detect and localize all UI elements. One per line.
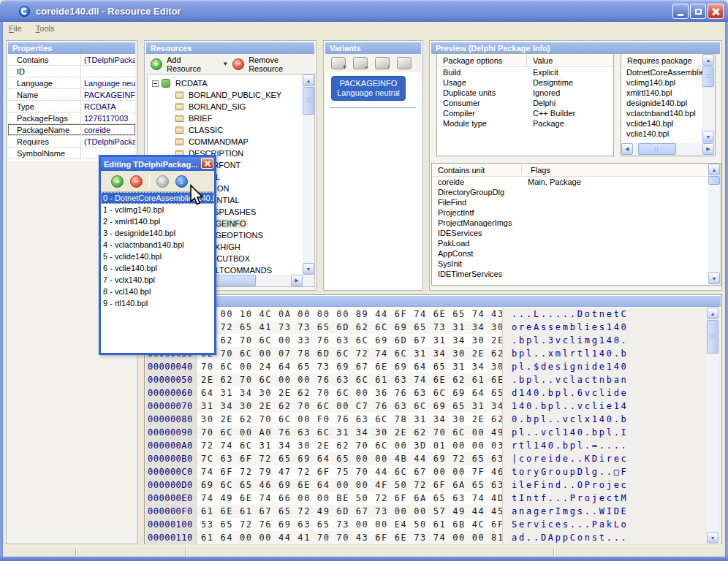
dialog-list-item[interactable]: 6 - vclie140.bpl [101,262,214,274]
contains-row[interactable]: IDETimerServices [432,269,708,279]
property-row[interactable]: Type RCDATA [8,101,135,112]
property-row[interactable]: Language Language neut [8,77,135,89]
hex-row[interactable]: 00000060 64 31 34 30 2E 62 70 6C 00 36 7… [145,386,721,400]
variant-package-icon[interactable]: ↑ [375,57,390,69]
hex-row[interactable]: 000000B0 7C 63 6F 72 65 69 64 65 00 00 4… [145,452,721,465]
contains-row[interactable]: DirectoryGroupDlg [432,187,708,197]
contains-vscroll-thumb[interactable] [708,176,720,185]
option-row[interactable]: Module type Package [437,118,613,129]
maximize-button[interactable] [690,4,706,19]
tree-item[interactable]: CLASSIC [148,124,303,136]
requires-hscrollbar[interactable]: ◀ ▶ [621,143,715,156]
option-row[interactable]: Duplicate units Ignored [437,88,613,98]
add-resource-button[interactable]: Add Resource [167,56,213,73]
option-row[interactable]: Compiler C++ Builder [437,108,613,118]
hex-row[interactable]: 000000D0 69 6C 65 46 69 6E 64 00 00 4F 5… [145,478,721,492]
property-row[interactable]: Requires (TDelphiPackag [8,136,135,148]
requires-vscrollbar[interactable]: ▲ ▼ [702,54,715,143]
hex-row[interactable]: 000000F0 61 6E 61 67 65 72 49 6D 67 73 0… [145,505,721,518]
add-resource-icon[interactable]: + [151,58,162,70]
hex-row[interactable]: 00000100 53 65 72 76 69 63 65 73 00 00 E… [145,518,721,531]
option-row[interactable]: Usage Designtime [437,77,613,88]
hex-row[interactable]: 00000020 2E 62 70 6C 00 33 76 63 6C 69 6… [145,334,721,347]
requires-row[interactable]: vclimg140.bpl [621,77,702,88]
move-up-icon[interactable]: ↑ [156,175,169,188]
hex-row[interactable]: 00000090 70 6C 00 A0 76 63 6C 31 34 30 2… [145,426,721,439]
scroll-down-icon[interactable]: ▼ [707,532,718,543]
dialog-list-item[interactable]: 2 - xmlrtl140.bpl [101,215,214,227]
collapse-icon[interactable] [152,80,159,87]
property-row[interactable]: Contains (TDelphiPackag [8,54,135,66]
dialog-list-item[interactable]: 3 - designide140.bpl [101,227,214,239]
requires-row[interactable]: designide140.bpl [621,98,702,108]
hex-vscrollbar[interactable]: ▲ ▼ [707,308,719,544]
property-row[interactable]: PackageName coreide [8,124,135,136]
scroll-right-icon[interactable]: ▶ [702,143,714,155]
variant-package-icon[interactable]: − [353,57,368,69]
hex-row[interactable]: 000000A0 72 74 6C 31 34 30 2E 62 70 6C 0… [145,439,721,452]
property-row[interactable]: PackageFlags 1276117003 [8,112,135,124]
requires-vscroll-thumb[interactable] [702,66,714,87]
tree-item[interactable]: BORLAND_SIG [148,101,303,112]
hex-row[interactable]: 00000030 62 70 6C 00 07 78 6D 6C 72 74 6… [145,347,721,360]
variant-package-icon[interactable]: + [331,57,346,69]
dialog-title-bar[interactable]: Editing TDelphiPackag... [101,157,214,171]
scroll-up-icon[interactable]: ▲ [702,54,714,66]
property-row[interactable]: Name PACKAGEINFO [8,89,135,101]
requires-row[interactable]: xmlrtl140.bpl [621,88,702,98]
hex-row[interactable]: 000000C0 74 6F 72 79 47 72 6F 75 70 44 6… [145,465,721,478]
title-bar[interactable]: coreide140.dll - Resource Editor [0,0,728,22]
tree-root-rcdata[interactable]: RCDATA [148,77,303,89]
hex-vscroll-thumb[interactable] [707,320,718,354]
tree-vscroll-thumb[interactable] [303,87,314,115]
dialog-close-button[interactable] [201,158,213,169]
remove-resource-icon[interactable]: − [232,58,244,70]
variant-tile-packageinfo[interactable]: PACKAGEINFO Language neutral [331,76,406,101]
dialog-list-item[interactable]: 9 - rtl140.bpl [101,297,214,309]
contains-vscrollbar[interactable]: ▲ ▼ [708,164,721,285]
scroll-right-icon[interactable]: ▶ [291,275,303,286]
contains-row[interactable]: PakLoad [432,238,708,248]
hex-row[interactable]: 00000110 61 64 00 00 44 41 70 70 43 6F 6… [145,531,721,544]
contains-row[interactable]: FileFind [432,197,708,207]
contains-row[interactable]: ProjectIntf [432,207,708,218]
requires-row[interactable]: vclactnband140.bpl [621,108,702,118]
dialog-list-item[interactable]: 4 - vclactnband140.bpl [101,239,214,251]
add-resource-dropdown-icon[interactable]: ▼ [222,61,228,67]
tree-item[interactable]: COMMANDMAP [148,136,303,148]
add-item-icon[interactable]: + [111,175,124,188]
tree-vscrollbar[interactable]: ▲ ▼ [303,75,314,275]
hex-row[interactable]: 000000E0 74 49 6E 74 66 00 00 BE 50 72 6… [145,492,721,505]
hex-row[interactable]: 00000000 00 00 10 4C 0A 00 00 00 89 44 6… [145,308,721,321]
hex-row[interactable]: 00000050 2E 62 70 6C 00 00 76 63 6C 61 6… [145,373,721,386]
dialog-list-item[interactable]: 7 - vclx140.bpl [101,274,214,286]
minimize-button[interactable] [672,4,689,19]
dialog-list-item[interactable]: 5 - vclide140.bpl [101,251,214,262]
menu-tools[interactable]: Tools [30,22,61,35]
contains-row[interactable]: coreide Main, Package [432,177,708,187]
hex-row[interactable]: 00000070 31 34 30 2E 62 70 6C 00 C7 76 6… [145,400,721,413]
option-row[interactable]: Build Explicit [437,67,613,77]
hex-row[interactable]: 00000080 30 2E 62 70 6C 00 F0 76 63 6C 7… [145,413,721,426]
hex-row[interactable]: 00000010 6F 72 65 41 73 73 65 6D 62 6C 6… [145,321,721,334]
requires-row[interactable]: DotnetCoreAssemblies1 [621,67,702,77]
requires-row[interactable]: vclie140.bpl [621,129,702,139]
tree-item[interactable]: BORLAND_PUBLIC_KEY [148,89,303,101]
scroll-down-icon[interactable]: ▼ [303,263,314,275]
scroll-up-icon[interactable]: ▲ [708,164,720,175]
dialog-list-item[interactable]: 8 - vcl140.bpl [101,286,214,297]
scroll-down-icon[interactable]: ▼ [702,131,714,142]
scroll-up-icon[interactable]: ▲ [707,308,718,319]
contains-row[interactable]: IDEServices [432,228,708,238]
move-down-icon[interactable]: ↓ [175,175,188,188]
contains-row[interactable]: ProjectManagerImgs [432,218,708,228]
requires-hscroll-thumb[interactable] [638,143,676,155]
remove-item-icon[interactable]: − [130,175,143,188]
property-row[interactable]: ID [8,66,135,77]
requires-row[interactable]: vclide140.bpl [621,118,702,129]
contains-row[interactable]: AppConst [432,248,708,259]
scroll-left-icon[interactable]: ◀ [621,143,633,155]
option-row[interactable]: Consumer Delphi [437,98,613,108]
close-button[interactable] [708,4,724,19]
scroll-up-icon[interactable]: ▲ [303,75,314,86]
